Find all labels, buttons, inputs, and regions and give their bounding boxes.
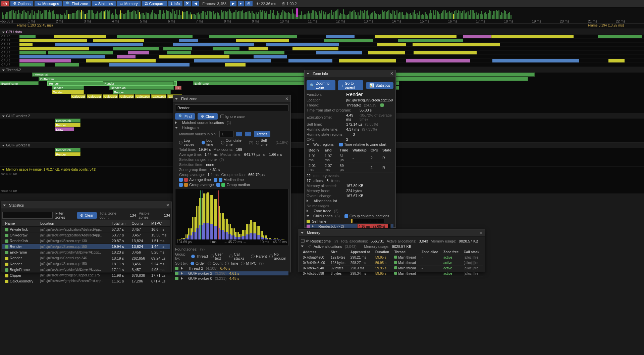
zone-gw0-renderjob[interactable]: RenderJob <box>55 148 80 152</box>
zone-r[interactable]: C <box>175 86 181 90</box>
table-row[interactable]: 0x7e049b3d00128 bytes298.27 ms59.95 s Ma… <box>301 260 483 266</box>
prev-frame-button[interactable]: ◀ <box>192 1 199 6</box>
zone-render3[interactable]: Render <box>113 90 171 94</box>
found-thread-row[interactable]: GUIF worker 0 (3.231) 4.48 s <box>175 276 288 280</box>
statistics-button[interactable]: ≡ Statistics <box>92 1 115 6</box>
table-row[interactable]: Clipperjni/../jni/src/claw/gfx/geo/Clipp… <box>2 272 170 278</box>
go-to-parent-button[interactable]: ↑ Go to parent <box>338 80 363 90</box>
zone-render[interactable]: Render <box>103 81 174 85</box>
cpu-data-header[interactable]: CPU data <box>0 29 644 35</box>
zone-render-y[interactable]: Render <box>52 90 84 94</box>
zone-gw2-render[interactable]: Render <box>55 123 80 127</box>
group-children-checkbox[interactable]: Group children locations <box>344 214 389 218</box>
zone-calcgeometry[interactable]: CalcGeome <box>71 94 86 98</box>
target-button[interactable]: ◎ <box>245 1 253 6</box>
zone-render2[interactable]: Render <box>52 86 84 90</box>
cpu-row[interactable]: CPU 1 <box>0 39 644 43</box>
table-row[interactable]: Renderjni/../jni/src/guif/Screen.cpp:150… <box>2 244 170 250</box>
child-zone-row[interactable]: RenderJob (×2)4.16 ms (92.60%) <box>307 224 393 228</box>
find-button[interactable]: 🔍 Find <box>175 113 195 120</box>
zone-beginframe[interactable]: BeginFrame <box>0 81 39 85</box>
zone-calcgeometry[interactable]: CalcGeome <box>119 94 134 98</box>
messages-button[interactable]: 🏷 Messages <box>35 1 62 6</box>
findzone-button[interactable]: 🔍 Find zone <box>63 1 91 6</box>
log-values-checkbox[interactable]: Log values <box>179 138 199 146</box>
found-thread-row[interactable]: Thread-2 (4,105) 6.46 s <box>175 266 288 270</box>
options-button[interactable]: ⚙ Options <box>10 1 33 6</box>
table-row[interactable]: 0x7dfaa64e00192 bytes298.21 ms59.95 s Ma… <box>301 255 483 260</box>
groupby-user[interactable]: User text <box>211 252 227 260</box>
cpu-row[interactable]: CPU 6 <box>0 59 644 63</box>
power-button[interactable]: ⏻ <box>1 1 9 6</box>
table-row[interactable]: CalcGeometryjni/../jni/src/claw/graphics… <box>2 278 170 284</box>
ignore-case-checkbox[interactable]: Ignore case <box>220 115 245 119</box>
self-time-checkbox[interactable]: Self time <box>256 138 273 146</box>
cpu-row[interactable]: CPU 5 <box>0 55 644 59</box>
close-icon[interactable]: ✕ <box>166 203 169 208</box>
avg-time-checkbox[interactable]: Average time <box>179 178 211 182</box>
zone-calcgeometry[interactable]: CalcGeome <box>87 94 102 98</box>
zone-gw2-renderjob[interactable]: RenderJob <box>55 119 80 123</box>
table-row[interactable]: 0x7dfc42d64032 bytes298.3 ms59.95 s Main… <box>301 266 483 271</box>
table-row[interactable]: Renderjni/../jni/src/guif/Screen.cpp:150… <box>2 261 170 267</box>
median-time-checkbox[interactable]: Median time <box>214 178 244 182</box>
groupby-parent[interactable]: Parent <box>251 254 267 258</box>
zoom-to-zone-button[interactable]: 🔍 Zoom to zone <box>307 80 335 90</box>
sortby-mtpc[interactable]: MTPC <box>241 261 256 265</box>
cpu-row[interactable]: CPU 2 <box>0 43 644 47</box>
next-frame-button[interactable]: ▶ <box>230 1 236 6</box>
open-frame-button[interactable]: ▾ <box>238 1 244 6</box>
log-time-checkbox[interactable]: Log time <box>202 138 218 146</box>
memory-button[interactable]: ▭ Memory <box>117 1 141 6</box>
zone-renderjob[interactable]: RenderJob <box>109 86 174 90</box>
table-row[interactable]: BeginFramejni/../jni/src/claw/gfx/drv/vk… <box>2 267 170 272</box>
zone-onredraw[interactable]: OnRedraw <box>39 77 528 81</box>
dec-button[interactable]: − <box>236 132 242 136</box>
reset-button[interactable]: Reset <box>254 131 270 137</box>
zone-gw2-draw[interactable]: Draw <box>55 127 74 131</box>
sortby-order[interactable]: Order <box>191 261 205 265</box>
close-icon[interactable]: ✕ <box>285 96 288 101</box>
groupby-call[interactable]: Call stacks <box>229 252 248 260</box>
group-avg-checkbox[interactable]: Group average <box>179 183 214 187</box>
filter-input[interactable] <box>2 212 53 219</box>
table-row[interactable]: RenderJobjni/../jni/src/guif/Screen.cpp:… <box>2 238 170 244</box>
table-row[interactable]: 2.01 ms2.07 ms59 µs-2R <box>307 163 393 173</box>
cpu-row[interactable]: CPU 4 <box>0 51 644 55</box>
group-median-checkbox[interactable]: Group median <box>216 183 250 187</box>
sortby-time[interactable]: Time <box>225 261 238 265</box>
compare-button[interactable]: ⚖ Compare <box>142 1 167 6</box>
min-bin-input[interactable] <box>219 131 233 137</box>
info-button[interactable]: ℹ Info <box>168 1 182 6</box>
cpu-row[interactable]: CPU 7 <box>0 63 644 67</box>
table-row[interactable]: OnRedrawjni/../jni/src/claw/application/… <box>2 232 170 238</box>
restrict-time-checkbox[interactable]: ⟳ Restrict time <box>301 239 331 243</box>
table-row[interactable]: 0x7dfc53d8988 bytes298.34 ms59.95 s Main… <box>301 271 483 276</box>
zone-calcgeometry[interactable]: CalcGeome <box>103 94 118 98</box>
inc-button[interactable]: + <box>245 132 251 136</box>
child-zone-row[interactable]: Self time 172.14 us (3.83%) <box>307 219 393 223</box>
tools-button[interactable]: ✖ <box>184 1 191 6</box>
zone-privatetick[interactable]: PrivateTick <box>32 73 535 77</box>
table-row[interactable]: 1.91 ms1.97 ms61 µs-2R <box>307 153 393 163</box>
zone-statistics-button[interactable]: 📊 Statistics <box>366 82 393 89</box>
close-icon[interactable]: ✕ <box>479 230 483 235</box>
findzone-search-input[interactable] <box>175 104 288 111</box>
zone-calcgeometry[interactable]: CalcGeome <box>151 94 166 98</box>
cumulate-checkbox[interactable]: Cumulate time <box>221 138 246 146</box>
groupby-none[interactable]: No groupin <box>269 252 288 260</box>
findzone-histogram[interactable]: 194.69 µs 1 ms 10 ms ↔ 45.72 ms → 45.92 … <box>175 189 288 246</box>
clear-button[interactable]: ⊘ Clear <box>198 113 217 120</box>
zone-calcgeometry[interactable]: CalcGeome <box>135 94 150 98</box>
table-row[interactable]: PrivateTickjni/../jni/src/claw/applicati… <box>2 227 170 232</box>
found-thread-row[interactable]: GUIF worker 2 (3,296) 4.61 s <box>175 271 288 275</box>
close-icon[interactable]: ✕ <box>390 71 393 76</box>
frames-overview[interactable]: +55.83 s1 ms2 ms3 ms4 ms5 ms6 ms7 ms8 ms… <box>0 7 644 24</box>
table-row[interactable]: EndFramejni/../jni/src/claw/gfx/drv/vk/D… <box>2 250 170 255</box>
cpu-row[interactable]: CPU 3 <box>0 47 644 51</box>
allocations-list-toggle[interactable]: Allocations list <box>314 199 337 203</box>
clear-filter-button[interactable]: ⊘ Clear <box>77 212 97 219</box>
time-relative-checkbox[interactable]: Time relative to zone start <box>339 142 386 146</box>
table-row[interactable]: Renderjni/../jni/src/guif/Control.cpp:34… <box>2 255 170 261</box>
groupby-thread[interactable]: Thread <box>191 254 208 258</box>
